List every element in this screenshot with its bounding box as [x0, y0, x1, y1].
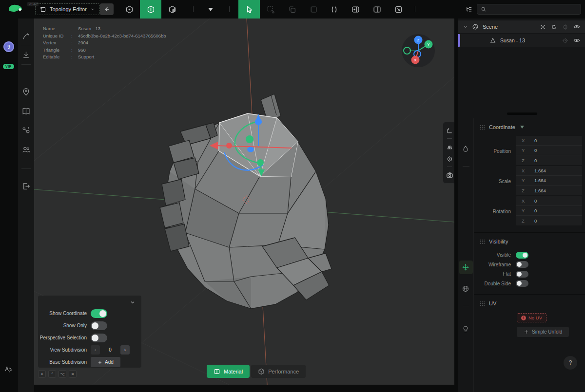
info-row: Triangle:968 — [43, 47, 166, 54]
sidebar-divider — [21, 64, 31, 65]
svg-text:Z: Z — [417, 38, 420, 42]
environment-globe-icon[interactable] — [462, 285, 470, 293]
view-tools-toolbar — [443, 122, 454, 184]
show-coordinate-toggle[interactable] — [91, 309, 107, 318]
library-book-icon[interactable] — [22, 107, 30, 115]
locate-button[interactable] — [562, 23, 569, 31]
toolbar-separator — [193, 6, 194, 12]
orientation-gizmo[interactable]: Z Y X — [401, 33, 436, 68]
shortcut-key[interactable]: ⌥ — [58, 370, 66, 378]
community-icon[interactable] — [22, 146, 30, 154]
location-pin-icon[interactable] — [22, 88, 30, 96]
visibility-row: Visible — [474, 250, 585, 260]
double-side-toggle[interactable] — [516, 280, 528, 287]
visibility-section-header[interactable]: Visibility — [474, 233, 585, 247]
wireframe-toggle[interactable] — [516, 261, 528, 268]
split-view-button[interactable] — [323, 0, 345, 19]
collapse-all-button[interactable] — [539, 23, 546, 31]
tree-view-icon[interactable] — [462, 6, 475, 13]
flat-toggle[interactable] — [516, 271, 528, 278]
camera-tool-button[interactable] — [445, 170, 454, 179]
download-icon[interactable] — [22, 51, 30, 59]
subdivision-decrease-button[interactable]: ‹ — [91, 345, 100, 355]
refresh-button[interactable] — [550, 23, 558, 31]
add-subdivision-button[interactable]: Add — [91, 357, 120, 367]
coordinate-section-header[interactable]: Coordinate — [474, 118, 585, 133]
shortcut-key[interactable]: ✦ — [38, 370, 46, 378]
uv-section-header[interactable]: UV — [474, 295, 585, 309]
chevron-down-icon[interactable] — [463, 24, 468, 29]
collapse-triangle-icon[interactable] — [520, 126, 524, 129]
export-view-button[interactable] — [388, 0, 409, 19]
visibility-eye-button[interactable] — [573, 23, 580, 31]
face-mode-button[interactable] — [161, 0, 183, 19]
language-icon[interactable] — [4, 365, 13, 374]
shortcut-key[interactable]: ⌃ — [48, 370, 56, 378]
shortcut-key[interactable]: ✕ — [69, 370, 77, 378]
exit-icon[interactable] — [22, 182, 30, 190]
right-topbar — [462, 0, 585, 19]
back-button[interactable] — [100, 3, 114, 15]
select-dropdown-button[interactable] — [200, 0, 221, 19]
drag-handle-icon[interactable] — [480, 239, 485, 244]
grid-tool-button[interactable] — [445, 142, 454, 151]
gizmo-handle-green-center[interactable] — [246, 135, 254, 143]
field-row[interactable]: X1.664 — [516, 166, 582, 176]
help-button[interactable]: ? — [564, 356, 577, 370]
field-row[interactable]: Y1.664 — [516, 176, 582, 186]
field-row[interactable]: Z0 — [516, 155, 582, 165]
field-row[interactable]: Y0 — [516, 146, 582, 155]
mode-selector[interactable]: Topology Editor — [35, 3, 100, 15]
measure-tool-button[interactable] — [445, 126, 454, 135]
scene-tree-header[interactable]: Scene — [458, 20, 585, 33]
eye-icon — [573, 23, 580, 30]
visible-toggle[interactable] — [516, 252, 528, 259]
drag-handle-icon[interactable] — [480, 301, 485, 306]
gizmo-handle-red[interactable] — [226, 143, 232, 149]
logo-bird-icon — [7, 3, 26, 16]
focus-tool-button[interactable] — [445, 154, 454, 163]
svg-text:X: X — [414, 58, 417, 62]
light-lamp-icon[interactable] — [462, 325, 470, 334]
field-row[interactable]: X0 — [516, 136, 582, 146]
duplicate-button[interactable] — [281, 0, 303, 19]
simple-unfold-button[interactable]: Simple Unfold — [517, 327, 569, 337]
region-button[interactable] — [303, 0, 324, 19]
nodes-icon[interactable] — [22, 126, 30, 134]
gizmo-handle-blue-top[interactable] — [255, 118, 262, 125]
avatar[interactable]: 9 — [3, 41, 14, 52]
draw-tool-icon[interactable] — [22, 32, 30, 40]
field-row[interactable]: Y0 — [516, 206, 582, 216]
field-row[interactable]: X0 — [516, 196, 582, 206]
marquee-select-button[interactable] — [260, 0, 281, 19]
gizmo-handle-blue-center[interactable] — [247, 147, 254, 152]
uv-content: ! No UV Simple Unfold — [474, 309, 585, 337]
search-icon — [481, 6, 487, 12]
object-info-panel: Name:Susan - 13 Unique ID:45cdb3be-0e2b-… — [43, 25, 166, 61]
edge-mode-button[interactable] — [140, 0, 161, 19]
show-only-toggle[interactable] — [91, 321, 107, 330]
viewport-3d[interactable]: Name:Susan - 13 Unique ID:45cdb3be-0e2b-… — [34, 19, 454, 385]
search-input[interactable] — [489, 6, 577, 12]
field-row[interactable]: Z0 — [516, 216, 582, 225]
item-visibility-eye-button[interactable] — [573, 37, 580, 44]
drag-handle-icon[interactable] — [480, 125, 485, 130]
tab-performance[interactable]: Performance — [251, 365, 306, 378]
field-row[interactable]: Z1.664 — [516, 186, 582, 195]
vertex-mode-button[interactable] — [118, 0, 140, 19]
subdivision-increase-button[interactable]: › — [120, 345, 130, 355]
panel-right-button[interactable] — [366, 0, 388, 19]
perspective-selection-toggle[interactable] — [91, 334, 107, 342]
scene-item-susan[interactable]: Susan - 13 — [458, 34, 585, 47]
transform-tab-icon[interactable] — [462, 263, 470, 272]
collapse-panel-button[interactable] — [130, 299, 136, 305]
panel-resize-handle[interactable] — [507, 112, 537, 115]
coordinate-grid: Position Scale Rotation X0 Y0 Z0 X1.664 … — [474, 133, 585, 226]
panel-left-button[interactable] — [345, 0, 366, 19]
tab-material[interactable]: Material — [207, 365, 250, 378]
app-logo-icon[interactable] — [7, 3, 26, 16]
select-tool-button[interactable] — [238, 0, 260, 19]
locate-item-button[interactable] — [562, 37, 569, 44]
material-drop-icon[interactable] — [462, 145, 470, 153]
gizmo-handle-green-bottom[interactable] — [257, 159, 264, 166]
